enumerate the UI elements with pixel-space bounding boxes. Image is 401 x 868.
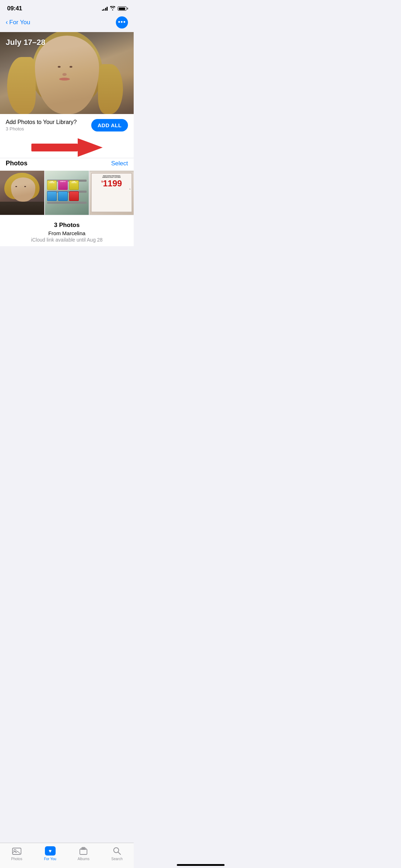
more-button[interactable]: ••• — [116, 16, 128, 29]
photo1-face — [11, 177, 35, 202]
chevron-left-icon: ‹ — [6, 19, 8, 26]
photo-cell-3[interactable]: RANCHERA PREPARADA MARINATED BEEF FLAP M… — [89, 171, 134, 215]
select-button[interactable]: Select — [111, 160, 128, 167]
add-photos-subtitle: 3 Photos — [6, 126, 77, 131]
hero-image: July 17–28 — [0, 32, 134, 114]
battery-icon — [118, 6, 127, 11]
svg-rect-1 — [31, 144, 78, 151]
photo-cell-2[interactable]: CHIMI-CHANGAS BURRITOS CHIMI-CHANGAS — [45, 171, 89, 215]
add-photos-title: Add Photos to Your Library? — [6, 119, 77, 125]
add-photos-section: Add Photos to Your Library? 3 Photos ADD… — [0, 114, 134, 136]
photo-cell-1[interactable] — [0, 171, 44, 215]
back-label: For You — [9, 19, 30, 26]
price-amount: 1199 — [103, 179, 122, 188]
photo-info-section: 3 Photos From Marcelina iCloud link avai… — [0, 215, 134, 246]
status-time: 09:41 — [7, 5, 22, 12]
photos-section-label: Photos — [6, 160, 27, 167]
status-bar: 09:41 — [0, 0, 134, 14]
svg-marker-2 — [78, 138, 103, 157]
ellipsis-icon: ••• — [118, 19, 126, 25]
nav-bar: ‹ For You ••• — [0, 14, 134, 32]
from-name-label: From Marcelina — [6, 230, 128, 236]
hero-hair-left — [7, 57, 36, 114]
icloud-link-label: iCloud link available until Aug 28 — [6, 237, 128, 243]
back-button[interactable]: ‹ For You — [6, 19, 30, 26]
add-photos-text: Add Photos to Your Library? 3 Photos — [6, 119, 77, 131]
annotation-arrow-icon — [28, 136, 106, 158]
hero-hair-right — [98, 64, 123, 114]
status-icons — [102, 6, 127, 11]
content-spacer — [0, 246, 134, 339]
hero-date: July 17–28 — [6, 38, 45, 47]
wifi-icon — [110, 6, 115, 11]
add-all-button[interactable]: ADD ALL — [91, 119, 128, 131]
annotation-arrow-container — [0, 136, 134, 158]
signal-icon — [102, 6, 108, 11]
photo-grid: CHIMI-CHANGAS BURRITOS CHIMI-CHANGAS RAN… — [0, 171, 134, 215]
photos-header: Photos Select — [0, 158, 134, 171]
photo-count-label: 3 Photos — [6, 222, 128, 229]
